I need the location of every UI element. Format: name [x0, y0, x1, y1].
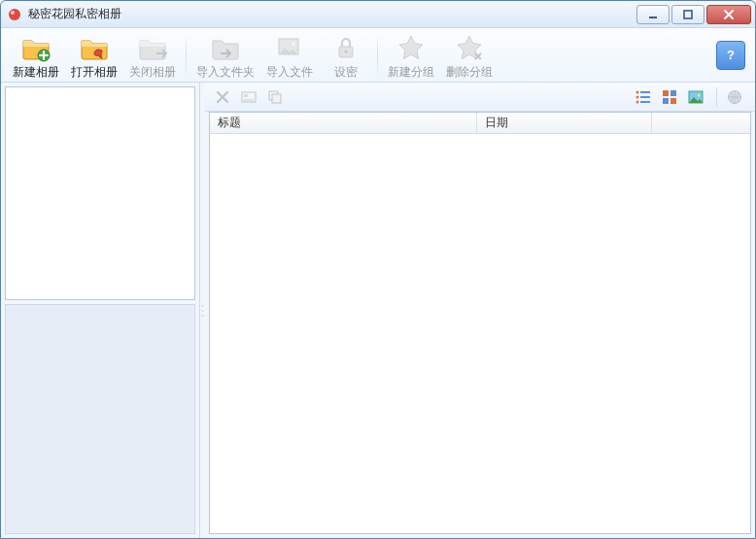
settings-label: 设密: [334, 64, 358, 81]
thumbnail-view-icon: [688, 89, 704, 105]
column-spacer: [652, 113, 750, 133]
x-icon: [215, 89, 230, 105]
svg-point-11: [202, 305, 204, 307]
svg-point-12: [202, 310, 204, 312]
svg-rect-16: [244, 99, 254, 101]
svg-rect-15: [244, 94, 248, 97]
items-grid: 标题 日期: [209, 112, 751, 534]
copy-icon: [267, 89, 283, 105]
svg-text:?: ?: [727, 48, 735, 62]
svg-rect-28: [670, 98, 676, 104]
grid-toolbar: [205, 83, 755, 112]
view-globe-button[interactable]: [723, 86, 746, 108]
copy-item-button[interactable]: [263, 86, 287, 108]
grid-body[interactable]: [210, 134, 750, 533]
grid-header: 标题 日期: [210, 113, 750, 134]
preview-panel: [5, 304, 195, 534]
rename-item-button[interactable]: [237, 86, 260, 108]
lock-icon: [330, 32, 361, 63]
maximize-button[interactable]: [671, 5, 704, 24]
svg-point-23: [636, 100, 639, 103]
import-folder-icon: [210, 32, 241, 63]
close-album-button[interactable]: 关闭相册: [123, 30, 182, 81]
titlebar: 秘密花园私密相册: [1, 1, 755, 28]
close-button[interactable]: [706, 5, 751, 24]
svg-rect-18: [272, 94, 281, 103]
content-area: 标题 日期: [1, 83, 755, 538]
import-folder-label: 导入文件夹: [196, 64, 255, 81]
new-group-label: 新建分组: [388, 64, 434, 81]
column-date-label: 日期: [485, 115, 508, 131]
svg-rect-26: [670, 90, 676, 96]
help-icon: ?: [722, 47, 739, 64]
star-delete-icon: [454, 32, 485, 63]
svg-point-0: [9, 9, 20, 20]
delete-group-button[interactable]: 删除分组: [440, 30, 498, 81]
minimize-button[interactable]: [636, 5, 670, 24]
new-album-label: 新建相册: [13, 64, 59, 81]
folder-new-icon: [20, 32, 52, 63]
folder-close-icon: [137, 32, 168, 63]
open-album-button[interactable]: 打开相册: [65, 30, 123, 81]
close-album-label: 关闭相册: [129, 64, 176, 81]
import-folder-button[interactable]: 导入文件夹: [190, 30, 260, 81]
import-file-label: 导入文件: [266, 64, 313, 81]
column-title[interactable]: 标题: [210, 113, 477, 133]
svg-point-6: [292, 42, 295, 46]
delete-group-label: 删除分组: [446, 64, 493, 81]
toolbar-separator: [716, 87, 717, 107]
settings-button[interactable]: 设密: [319, 30, 373, 81]
view-list-button[interactable]: [632, 86, 655, 108]
folder-open-icon: [79, 32, 110, 63]
help-button[interactable]: ?: [716, 41, 745, 70]
view-thumbnail-button[interactable]: [684, 86, 707, 108]
delete-item-button[interactable]: [211, 86, 234, 108]
column-title-label: 标题: [218, 115, 241, 131]
svg-rect-20: [640, 91, 650, 93]
svg-point-8: [344, 50, 347, 52]
main-toolbar: 新建相册 打开相册 关闭相册: [1, 28, 755, 83]
grid-view-icon: [662, 89, 677, 105]
view-grid-button[interactable]: [658, 86, 681, 108]
svg-point-21: [636, 95, 639, 98]
open-album-label: 打开相册: [71, 64, 118, 81]
svg-point-13: [202, 315, 204, 317]
card-icon: [241, 89, 257, 105]
star-new-icon: [395, 32, 427, 63]
list-view-icon: [635, 89, 652, 105]
svg-rect-27: [663, 98, 669, 104]
column-date[interactable]: 日期: [477, 113, 652, 133]
svg-point-19: [636, 90, 639, 93]
sidebar: [1, 83, 200, 538]
svg-rect-22: [640, 96, 650, 98]
main-panel: 标题 日期: [205, 83, 755, 538]
svg-point-1: [11, 11, 15, 15]
svg-rect-25: [663, 90, 669, 96]
window-title: 秘密花园私密相册: [28, 6, 121, 22]
svg-rect-24: [640, 101, 650, 103]
new-album-button[interactable]: 新建相册: [7, 30, 65, 81]
app-icon: [7, 7, 22, 22]
import-file-icon: [274, 32, 305, 63]
import-file-button[interactable]: 导入文件: [260, 30, 319, 81]
toolbar-separator: [186, 34, 187, 77]
album-tree-panel[interactable]: [5, 86, 195, 300]
svg-point-30: [698, 93, 701, 96]
new-group-button[interactable]: 新建分组: [382, 30, 440, 81]
svg-rect-2: [649, 17, 657, 18]
toolbar-separator: [377, 34, 378, 77]
svg-rect-3: [684, 11, 692, 18]
globe-icon: [727, 89, 742, 105]
